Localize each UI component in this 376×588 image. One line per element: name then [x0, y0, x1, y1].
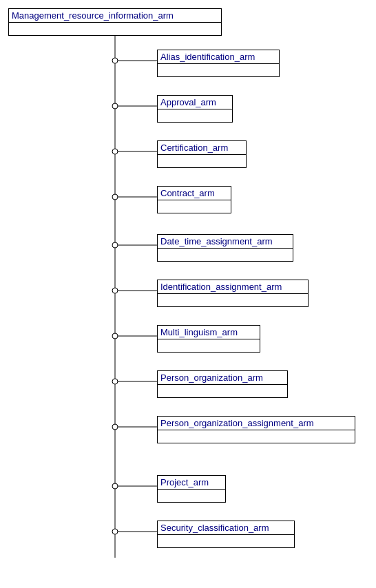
child-box-body-2	[158, 155, 246, 167]
svg-point-14	[112, 333, 118, 339]
child-box-body-3	[158, 200, 231, 213]
child-box-6: Multi_linguism_arm	[157, 325, 260, 353]
child-box-9: Project_arm	[157, 475, 226, 503]
child-box-title-5: Identification_assignment_arm	[158, 280, 308, 294]
child-box-title-3: Contract_arm	[158, 187, 231, 200]
child-box-title-4: Date_time_assignment_arm	[158, 235, 293, 249]
child-box-body-1	[158, 109, 232, 122]
root-box-title: Management_resource_information_arm	[9, 9, 221, 23]
child-box-4: Date_time_assignment_arm	[157, 234, 293, 262]
child-box-title-7: Person_organization_arm	[158, 371, 287, 385]
child-box-5: Identification_assignment_arm	[157, 280, 309, 307]
child-box-title-6: Multi_linguism_arm	[158, 326, 260, 339]
svg-point-12	[112, 288, 118, 293]
svg-point-10	[112, 242, 118, 248]
svg-point-8	[112, 194, 118, 200]
child-box-body-6	[158, 339, 260, 352]
child-box-body-10	[158, 535, 294, 547]
svg-point-16	[112, 379, 118, 384]
child-box-1: Approval_arm	[157, 95, 233, 123]
child-box-body-4	[158, 249, 293, 261]
svg-point-2	[112, 58, 118, 63]
child-box-0: Alias_identification_arm	[157, 50, 280, 77]
child-box-title-10: Security_classification_arm	[158, 521, 294, 535]
child-box-8: Person_organization_assignment_arm	[157, 416, 355, 443]
child-box-body-8	[158, 430, 355, 443]
svg-point-22	[112, 529, 118, 534]
svg-point-18	[112, 424, 118, 430]
child-box-title-9: Project_arm	[158, 476, 225, 490]
svg-point-6	[112, 149, 118, 154]
child-box-body-7	[158, 385, 287, 397]
child-box-title-0: Alias_identification_arm	[158, 50, 279, 64]
root-box: Management_resource_information_arm	[8, 8, 222, 36]
child-box-10: Security_classification_arm	[157, 521, 295, 548]
child-box-2: Certification_arm	[157, 140, 247, 168]
svg-point-4	[112, 103, 118, 109]
child-box-title-1: Approval_arm	[158, 96, 232, 109]
child-box-body-9	[158, 490, 225, 502]
child-box-title-8: Person_organization_assignment_arm	[158, 417, 355, 430]
child-box-7: Person_organization_arm	[157, 370, 288, 398]
child-box-title-2: Certification_arm	[158, 141, 246, 155]
svg-point-20	[112, 483, 118, 489]
diagram-container: Management_resource_information_arm Alia…	[0, 0, 376, 588]
child-box-body-5	[158, 294, 308, 306]
child-box-3: Contract_arm	[157, 186, 231, 213]
child-box-body-0	[158, 64, 279, 76]
root-box-body	[9, 23, 221, 35]
